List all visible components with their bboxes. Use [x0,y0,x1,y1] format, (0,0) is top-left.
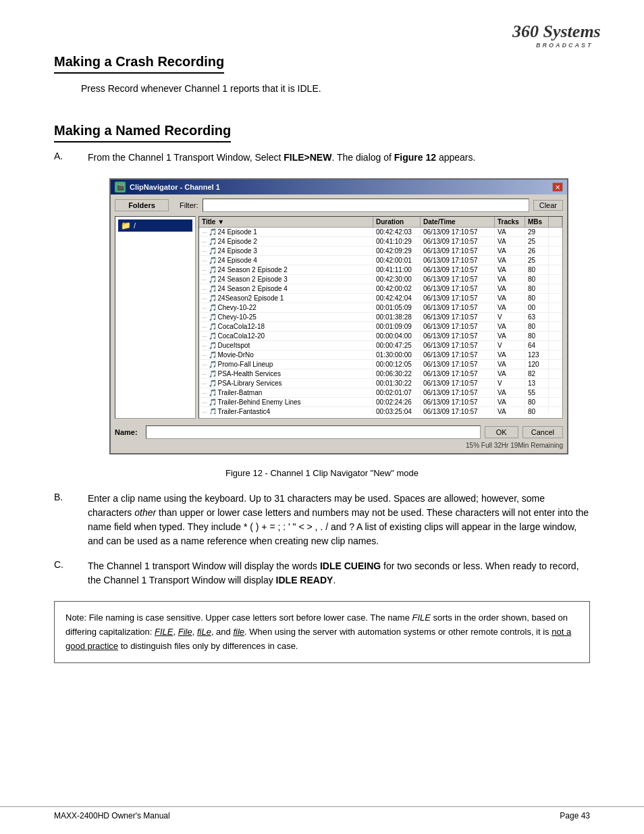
clip-tracks-cell: VA [495,237,525,246]
clip-icon: 🎵 [209,257,217,264]
clip-mbs-cell: 123 [525,350,549,359]
table-row[interactable]: ···🎵CocaCola12-2000:00:04:0006/13/09 17:… [199,332,562,341]
figure-caption: Figure 12 - Channel 1 Clip Navigator "Ne… [54,468,590,478]
dots-icon: ··· [202,305,207,311]
dots-icon: ··· [202,295,207,302]
clip-title-cell: ···🎵DuceItspot [199,341,373,350]
clip-tracks-cell: V [495,341,525,350]
clip-tracks-cell: V [495,313,525,321]
clip-title: 24 Episode 3 [218,247,257,255]
clip-icon: 🎵 [209,304,217,311]
table-row[interactable]: ···🎵Trailer-Behind Enemy Lines00:02:24:2… [199,398,562,407]
clip-extra-cell [549,313,562,321]
table-row[interactable]: ···🎵PSA-Health Services00:06:30:2206/13/… [199,369,562,379]
clip-duration-cell: 00:42:00:01 [373,256,421,265]
clip-datetime-cell: 06/13/09 17:10:57 [421,256,495,265]
clip-title: Chevy-10-25 [218,313,257,321]
clip-title-cell: ···🎵Promo-Fall Lineup [199,360,373,369]
clip-tracks-cell: VA [495,284,525,293]
clear-button[interactable]: Clear [533,200,563,211]
clip-datetime-cell: 06/13/09 17:10:57 [421,369,495,378]
clip-icon: 🎵 [209,351,217,359]
clip-title: 24 Season 2 Episode 2 [218,266,288,273]
clip-duration-cell: 00:01:09:09 [373,322,421,331]
clip-title-cell: ···🎵24 Episode 4 [199,256,373,265]
dots-icon: ··· [202,390,207,396]
dialog-close-button[interactable]: ✕ [552,182,563,192]
table-row[interactable]: ···🎵DuceItspot00:00:47:2506/13/09 17:10:… [199,341,562,350]
step-b-text: Enter a clip name using the keyboard. Up… [88,492,590,548]
clip-title-cell: ···🎵Trailer-Fantastic4 [199,407,373,414]
clip-datetime-cell: 06/13/09 17:10:57 [421,265,495,274]
svg-text:BROADCAST: BROADCAST [536,42,593,49]
step-a: A. From the Channel 1 Transport Window, … [54,151,590,165]
crash-recording-heading: Making a Crash Recording [54,54,224,74]
table-row[interactable]: ···🎵24 Season 2 Episode 300:42:30:0006/1… [199,275,562,284]
clip-tracks-cell: VA [495,228,525,236]
dots-icon: ··· [202,314,207,321]
clip-duration-cell: 00:00:47:25 [373,341,421,350]
clip-tracks-cell: VA [495,294,525,303]
filter-input[interactable] [203,199,529,212]
table-row[interactable]: ···🎵Promo-Fall Lineup00:00:12:0506/13/09… [199,360,562,369]
clip-datetime-cell: 06/13/09 17:10:57 [421,360,495,369]
clip-mbs-cell: 80 [525,294,549,303]
table-row[interactable]: ···🎵Trailer-Fantastic400:03:25:0406/13/0… [199,407,562,414]
clip-title: 24Season2 Episode 1 [218,294,284,302]
crash-recording-intro: Press Record whenever Channel 1 reports … [81,82,590,96]
clip-tracks-cell: VA [495,322,525,331]
ok-button[interactable]: OK [485,426,518,438]
table-row[interactable]: ···🎵24 Episode 100:42:42:0306/13/09 17:1… [199,228,562,237]
col-datetime: Date/Time [421,217,495,227]
dialog-title-text: ClipNavigator - Channel 1 [130,183,220,191]
table-row[interactable]: ···🎵24 Episode 300:42:09:2906/13/09 17:1… [199,246,562,256]
clip-title-cell: ···🎵24 Season 2 Episode 2 [199,265,373,274]
clip-extra-cell [549,284,562,293]
dots-icon: ··· [202,409,207,415]
table-row[interactable]: ···🎵Trailer-Batman00:02:01:0706/13/09 17… [199,388,562,398]
step-a-text: From the Channel 1 Transport Window, Sel… [88,151,590,165]
clip-extra-cell [549,369,562,378]
clip-tracks-cell: VA [495,275,525,284]
table-row[interactable]: ···🎵CocaCola12-1800:01:09:0906/13/09 17:… [199,322,562,332]
dots-icon: ··· [202,257,207,264]
table-row[interactable]: ···🎵24 Episode 200:41:10:2906/13/09 17:1… [199,237,562,246]
clip-icon: 🎵 [209,247,217,255]
clip-duration-cell: 00:00:04:00 [373,332,421,340]
clip-tracks-cell: VA [495,407,525,414]
clip-title: 24 Episode 4 [218,257,257,264]
clip-mbs-cell: 26 [525,246,549,255]
clip-datetime-cell: 06/13/09 17:10:57 [421,388,495,397]
clip-icon: 🎵 [209,380,217,387]
clip-mbs-cell: 82 [525,369,549,378]
col-tracks: Tracks [495,217,525,227]
clip-tracks-cell: VA [495,265,525,274]
table-row[interactable]: ···🎵24Season2 Episode 100:42:42:0406/13/… [199,294,562,303]
clip-mbs-cell: 80 [525,407,549,414]
col-mbs: MBs [525,217,549,227]
table-row[interactable]: ···🎵24 Season 2 Episode 200:41:11:0006/1… [199,265,562,275]
table-row[interactable]: ···🎵Chevy-10-2200:01:05:0906/13/09 17:10… [199,303,562,313]
table-row[interactable]: ···🎵Chevy-10-2500:01:38:2806/13/09 17:10… [199,313,562,322]
folder-root-item[interactable]: 📁 / [118,219,192,232]
clip-icon: 🎵 [209,285,217,292]
clip-extra-cell [549,228,562,236]
clip-tracks-cell: VA [495,350,525,359]
clip-mbs-cell: 80 [525,284,549,293]
table-row[interactable]: ···🎵PSA-Library Services00:01:30:2206/13… [199,379,562,388]
step-c-letter: C. [54,559,88,570]
clip-duration-cell: 00:01:05:09 [373,303,421,312]
table-row[interactable]: ···🎵24 Season 2 Episode 400:42:00:0206/1… [199,284,562,294]
name-input[interactable] [146,425,481,439]
clip-title-cell: ···🎵24 Season 2 Episode 4 [199,284,373,293]
cancel-button[interactable]: Cancel [522,426,563,438]
clip-tracks-cell: VA [495,246,525,255]
dialog-title-area: 🎬 ClipNavigator - Channel 1 [115,182,220,192]
clip-mbs-cell: 120 [525,360,549,369]
table-row[interactable]: ···🎵24 Episode 400:42:00:0106/13/09 17:1… [199,256,562,265]
clip-duration-cell: 00:00:12:05 [373,360,421,369]
table-row[interactable]: ···🎵Movie-DrNo01:30:00:0006/13/09 17:10:… [199,350,562,360]
step-b-letter: B. [54,492,88,502]
clips-list[interactable]: ···🎵24 Episode 100:42:42:0306/13/09 17:1… [199,228,562,414]
clip-extra-cell [549,407,562,414]
